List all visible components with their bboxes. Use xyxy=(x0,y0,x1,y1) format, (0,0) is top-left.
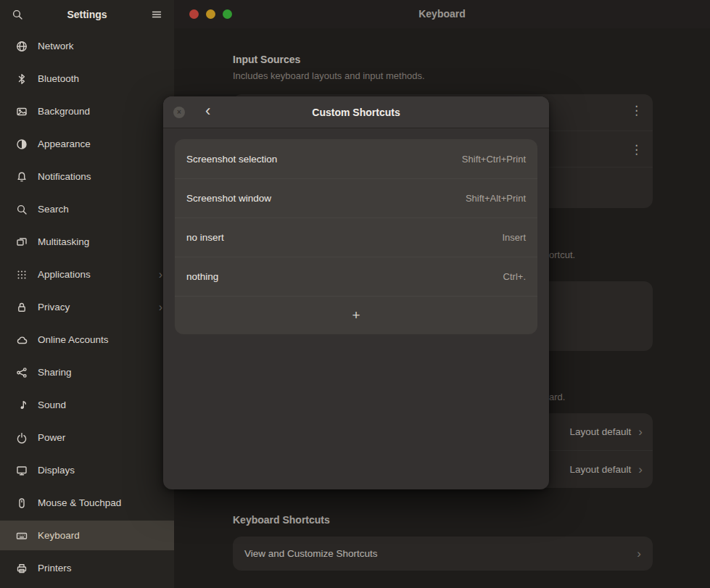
power-icon xyxy=(16,432,28,444)
dialog-back-button[interactable]: ‹ xyxy=(202,103,213,121)
sidebar-item-label: Search xyxy=(38,204,69,215)
sidebar-item-label: Notifications xyxy=(38,171,91,182)
shortcut-row[interactable]: Screenshot selection Shift+Ctrl+Print xyxy=(175,139,537,178)
sidebar-nav: Network Bluetooth Background Appearance … xyxy=(0,28,174,583)
dialog-title: Custom Shortcuts xyxy=(163,107,549,118)
sidebar-item-appearance[interactable]: Appearance xyxy=(0,129,174,159)
shortcut-row[interactable]: no insert Insert xyxy=(175,218,537,257)
sidebar-item-label: Privacy xyxy=(38,302,70,312)
windows-icon xyxy=(16,236,28,248)
sidebar: Settings Network Bluetooth Background Ap… xyxy=(0,0,174,588)
sidebar-item-printers[interactable]: Printers xyxy=(0,553,174,583)
sidebar-item-label: Multitasking xyxy=(38,236,89,247)
shortcut-name: nothing xyxy=(186,271,218,282)
plus-icon: + xyxy=(352,307,360,323)
sidebar-item-label: Background xyxy=(38,106,90,117)
sidebar-item-sound[interactable]: Sound xyxy=(0,390,174,420)
sidebar-item-mouse-touchpad[interactable]: Mouse & Touchpad xyxy=(0,488,174,518)
sidebar-item-label: Applications xyxy=(38,269,91,280)
sidebar-item-displays[interactable]: Displays xyxy=(0,455,174,485)
dialog-header: × ‹ Custom Shortcuts xyxy=(163,96,549,128)
search-icon xyxy=(16,204,28,215)
custom-shortcuts-dialog: × ‹ Custom Shortcuts Screenshot selectio… xyxy=(163,96,549,489)
sidebar-item-background[interactable]: Background xyxy=(0,96,174,126)
shortcut-accelerator: Insert xyxy=(502,232,526,243)
sidebar-item-sharing[interactable]: Sharing xyxy=(0,357,174,387)
search-icon[interactable] xyxy=(12,9,23,20)
sidebar-item-applications[interactable]: Applications › xyxy=(0,260,174,289)
custom-shortcuts-list: Screenshot selection Shift+Ctrl+Print Sc… xyxy=(175,139,537,334)
keyboard-icon xyxy=(16,530,28,542)
sidebar-item-label: Online Accounts xyxy=(38,334,109,345)
sidebar-item-label: Mouse & Touchpad xyxy=(38,497,121,508)
background-icon xyxy=(16,106,28,117)
sidebar-item-label: Printers xyxy=(38,563,72,573)
sidebar-item-label: Appearance xyxy=(38,138,91,149)
sidebar-item-label: Displays xyxy=(38,465,75,476)
appearance-icon xyxy=(16,138,28,150)
sidebar-title: Settings xyxy=(0,9,174,20)
shortcut-accelerator: Shift+Alt+Print xyxy=(466,193,526,204)
app-grid-icon xyxy=(16,269,28,281)
bell-icon xyxy=(16,171,28,183)
shortcut-row[interactable]: nothing Ctrl+. xyxy=(175,257,537,296)
cloud-icon xyxy=(16,334,28,346)
sidebar-item-label: Sound xyxy=(38,399,66,410)
menu-icon[interactable] xyxy=(151,9,162,20)
dialog-body: Screenshot selection Shift+Ctrl+Print Sc… xyxy=(163,128,549,345)
sidebar-item-bluetooth[interactable]: Bluetooth xyxy=(0,64,174,94)
sidebar-item-network[interactable]: Network xyxy=(0,31,174,61)
sidebar-item-privacy[interactable]: Privacy › xyxy=(0,292,174,322)
shortcut-row[interactable]: Screenshot window Shift+Alt+Print xyxy=(175,178,537,218)
globe-icon xyxy=(16,41,28,52)
shortcut-accelerator: Ctrl+. xyxy=(503,271,526,282)
sidebar-item-search[interactable]: Search xyxy=(0,194,174,224)
sidebar-item-label: Keyboard xyxy=(38,530,80,541)
shortcut-accelerator: Shift+Ctrl+Print xyxy=(462,154,526,165)
sidebar-item-multitasking[interactable]: Multitasking xyxy=(0,227,174,257)
sidebar-item-notifications[interactable]: Notifications xyxy=(0,162,174,191)
shortcut-name: no insert xyxy=(186,232,224,243)
sidebar-item-label: Sharing xyxy=(38,367,72,378)
chevron-left-icon: ‹ xyxy=(205,102,210,120)
bluetooth-icon xyxy=(16,73,28,85)
monitor-icon xyxy=(16,465,28,476)
shortcut-name: Screenshot selection xyxy=(186,154,277,165)
sidebar-header: Settings xyxy=(0,0,174,28)
sidebar-item-label: Power xyxy=(38,432,65,443)
settings-window: Settings Network Bluetooth Background Ap… xyxy=(0,0,710,588)
sidebar-item-power[interactable]: Power xyxy=(0,423,174,452)
sidebar-item-keyboard[interactable]: Keyboard xyxy=(0,521,174,550)
add-shortcut-button[interactable]: + xyxy=(175,296,537,334)
music-note-icon xyxy=(16,399,28,411)
mouse-icon xyxy=(16,497,28,509)
shortcut-name: Screenshot window xyxy=(186,193,271,204)
sidebar-item-online-accounts[interactable]: Online Accounts xyxy=(0,325,174,355)
dialog-close-button[interactable]: × xyxy=(173,107,185,118)
lock-icon xyxy=(16,302,28,313)
close-icon: × xyxy=(177,109,181,116)
printer-icon xyxy=(16,563,28,574)
sidebar-item-label: Bluetooth xyxy=(38,73,79,84)
share-icon xyxy=(16,367,28,378)
sidebar-item-label: Network xyxy=(38,41,74,51)
